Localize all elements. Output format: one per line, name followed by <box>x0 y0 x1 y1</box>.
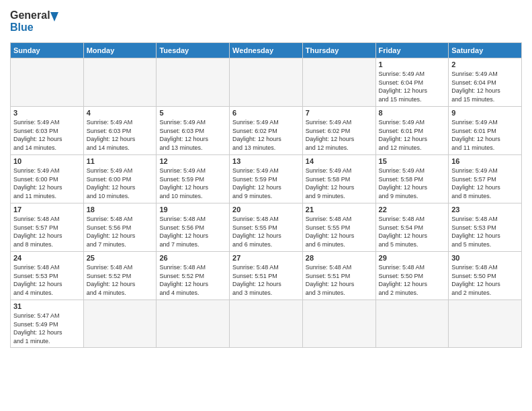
calendar-cell: 19Sunrise: 5:48 AM Sunset: 5:56 PM Dayli… <box>157 203 230 252</box>
day-info: Sunrise: 5:48 AM Sunset: 5:55 PM Dayligh… <box>232 215 300 248</box>
calendar-cell: 12Sunrise: 5:49 AM Sunset: 5:59 PM Dayli… <box>157 155 230 203</box>
calendar-cell: 9Sunrise: 5:49 AM Sunset: 6:01 PM Daylig… <box>449 107 522 155</box>
calendar-table: SundayMondayTuesdayWednesdayThursdayFrid… <box>10 42 522 348</box>
day-number: 4 <box>87 109 154 117</box>
calendar-cell: 27Sunrise: 5:48 AM Sunset: 5:51 PM Dayli… <box>230 252 303 300</box>
week-row-5: 31Sunrise: 5:47 AM Sunset: 5:49 PM Dayli… <box>11 300 522 348</box>
week-row-4: 24Sunrise: 5:48 AM Sunset: 5:53 PM Dayli… <box>11 252 522 300</box>
day-info: Sunrise: 5:48 AM Sunset: 5:52 PM Dayligh… <box>87 263 154 297</box>
calendar-cell: 8Sunrise: 5:49 AM Sunset: 6:01 PM Daylig… <box>375 107 449 155</box>
day-info: Sunrise: 5:48 AM Sunset: 5:50 PM Dayligh… <box>451 263 519 297</box>
calendar-cell: 23Sunrise: 5:48 AM Sunset: 5:53 PM Dayli… <box>449 203 522 252</box>
svg-text:Blue: Blue <box>10 21 34 33</box>
calendar-cell: 29Sunrise: 5:48 AM Sunset: 5:50 PM Dayli… <box>375 252 449 300</box>
weekday-header-monday: Monday <box>83 43 157 58</box>
calendar-cell: 10Sunrise: 5:49 AM Sunset: 6:00 PM Dayli… <box>11 155 84 203</box>
day-info: Sunrise: 5:48 AM Sunset: 5:52 PM Dayligh… <box>159 263 226 297</box>
calendar-cell: 22Sunrise: 5:48 AM Sunset: 5:54 PM Dayli… <box>375 203 449 252</box>
day-number: 18 <box>87 205 154 214</box>
day-number: 23 <box>451 205 519 214</box>
calendar-page: GeneralBlue SundayMondayTuesdayWednesday… <box>0 0 532 411</box>
day-info: Sunrise: 5:48 AM Sunset: 5:54 PM Dayligh… <box>379 215 446 248</box>
day-number: 6 <box>232 109 300 117</box>
logo: GeneralBlue <box>10 7 64 37</box>
calendar-cell: 20Sunrise: 5:48 AM Sunset: 5:55 PM Dayli… <box>230 203 303 252</box>
day-number: 12 <box>159 157 226 165</box>
day-number: 5 <box>159 109 226 117</box>
day-info: Sunrise: 5:49 AM Sunset: 5:57 PM Dayligh… <box>451 167 519 200</box>
weekday-header-tuesday: Tuesday <box>157 43 230 58</box>
day-number: 13 <box>232 157 300 165</box>
day-number: 16 <box>451 157 519 165</box>
calendar-cell: 2Sunrise: 5:49 AM Sunset: 6:04 PM Daylig… <box>449 58 522 107</box>
day-number: 26 <box>159 254 226 262</box>
day-number: 27 <box>232 254 300 262</box>
day-info: Sunrise: 5:49 AM Sunset: 6:03 PM Dayligh… <box>13 118 81 152</box>
day-info: Sunrise: 5:48 AM Sunset: 5:55 PM Dayligh… <box>306 215 373 248</box>
calendar-cell: 4Sunrise: 5:49 AM Sunset: 6:03 PM Daylig… <box>83 107 157 155</box>
day-info: Sunrise: 5:49 AM Sunset: 6:02 PM Dayligh… <box>232 118 300 152</box>
day-number: 20 <box>232 205 300 214</box>
calendar-cell: 14Sunrise: 5:49 AM Sunset: 5:58 PM Dayli… <box>302 155 375 203</box>
weekday-header-friday: Friday <box>375 43 449 58</box>
day-number: 8 <box>379 109 446 117</box>
calendar-cell: 11Sunrise: 5:49 AM Sunset: 6:00 PM Dayli… <box>83 155 157 203</box>
day-number: 1 <box>379 60 446 68</box>
calendar-cell: 6Sunrise: 5:49 AM Sunset: 6:02 PM Daylig… <box>230 107 303 155</box>
calendar-cell: 30Sunrise: 5:48 AM Sunset: 5:50 PM Dayli… <box>449 252 522 300</box>
calendar-cell: 1Sunrise: 5:49 AM Sunset: 6:04 PM Daylig… <box>375 58 449 107</box>
calendar-cell: 18Sunrise: 5:48 AM Sunset: 5:56 PM Dayli… <box>83 203 157 252</box>
calendar-cell <box>302 58 375 107</box>
day-info: Sunrise: 5:49 AM Sunset: 5:59 PM Dayligh… <box>159 167 226 200</box>
week-row-1: 3Sunrise: 5:49 AM Sunset: 6:03 PM Daylig… <box>11 107 522 155</box>
calendar-cell <box>11 58 84 107</box>
day-info: Sunrise: 5:49 AM Sunset: 6:04 PM Dayligh… <box>451 70 519 103</box>
calendar-cell: 16Sunrise: 5:49 AM Sunset: 5:57 PM Dayli… <box>449 155 522 203</box>
calendar-cell: 13Sunrise: 5:49 AM Sunset: 5:59 PM Dayli… <box>230 155 303 203</box>
day-info: Sunrise: 5:49 AM Sunset: 5:58 PM Dayligh… <box>379 167 446 200</box>
week-row-3: 17Sunrise: 5:48 AM Sunset: 5:57 PM Dayli… <box>11 203 522 252</box>
weekday-header-sunday: Sunday <box>11 43 84 58</box>
day-number: 22 <box>379 205 446 214</box>
day-number: 25 <box>87 254 154 262</box>
day-info: Sunrise: 5:48 AM Sunset: 5:56 PM Dayligh… <box>87 215 154 248</box>
calendar-cell: 21Sunrise: 5:48 AM Sunset: 5:55 PM Dayli… <box>302 203 375 252</box>
calendar-cell: 28Sunrise: 5:48 AM Sunset: 5:51 PM Dayli… <box>302 252 375 300</box>
day-info: Sunrise: 5:49 AM Sunset: 6:01 PM Dayligh… <box>379 118 446 152</box>
day-info: Sunrise: 5:49 AM Sunset: 6:03 PM Dayligh… <box>159 118 226 152</box>
day-number: 15 <box>379 157 446 165</box>
day-info: Sunrise: 5:49 AM Sunset: 6:04 PM Dayligh… <box>379 70 446 103</box>
calendar-cell <box>83 58 157 107</box>
day-info: Sunrise: 5:49 AM Sunset: 5:59 PM Dayligh… <box>232 167 300 200</box>
day-info: Sunrise: 5:48 AM Sunset: 5:57 PM Dayligh… <box>13 215 81 248</box>
calendar-cell <box>302 300 375 348</box>
day-number: 31 <box>13 302 81 310</box>
calendar-cell: 5Sunrise: 5:49 AM Sunset: 6:03 PM Daylig… <box>157 107 230 155</box>
day-number: 9 <box>451 109 519 117</box>
calendar-cell: 17Sunrise: 5:48 AM Sunset: 5:57 PM Dayli… <box>11 203 84 252</box>
day-number: 14 <box>306 157 373 165</box>
day-info: Sunrise: 5:48 AM Sunset: 5:56 PM Dayligh… <box>159 215 226 248</box>
day-number: 30 <box>451 254 519 262</box>
calendar-cell <box>83 300 157 348</box>
day-info: Sunrise: 5:49 AM Sunset: 6:03 PM Dayligh… <box>87 118 154 152</box>
day-number: 21 <box>306 205 373 214</box>
calendar-cell <box>230 300 303 348</box>
calendar-cell: 7Sunrise: 5:49 AM Sunset: 6:02 PM Daylig… <box>302 107 375 155</box>
svg-marker-2 <box>50 12 58 21</box>
day-info: Sunrise: 5:49 AM Sunset: 6:00 PM Dayligh… <box>13 167 81 200</box>
calendar-cell <box>157 58 230 107</box>
calendar-cell: 31Sunrise: 5:47 AM Sunset: 5:49 PM Dayli… <box>11 300 84 348</box>
weekday-header-saturday: Saturday <box>449 43 522 58</box>
week-row-2: 10Sunrise: 5:49 AM Sunset: 6:00 PM Dayli… <box>11 155 522 203</box>
calendar-cell: 25Sunrise: 5:48 AM Sunset: 5:52 PM Dayli… <box>83 252 157 300</box>
svg-text:General: General <box>10 9 50 21</box>
day-number: 11 <box>87 157 154 165</box>
day-number: 29 <box>379 254 446 262</box>
day-info: Sunrise: 5:48 AM Sunset: 5:51 PM Dayligh… <box>306 263 373 297</box>
calendar-cell: 3Sunrise: 5:49 AM Sunset: 6:03 PM Daylig… <box>11 107 84 155</box>
day-number: 7 <box>306 109 373 117</box>
logo-svg: GeneralBlue <box>10 7 64 37</box>
day-info: Sunrise: 5:48 AM Sunset: 5:53 PM Dayligh… <box>451 215 519 248</box>
calendar-cell: 26Sunrise: 5:48 AM Sunset: 5:52 PM Dayli… <box>157 252 230 300</box>
